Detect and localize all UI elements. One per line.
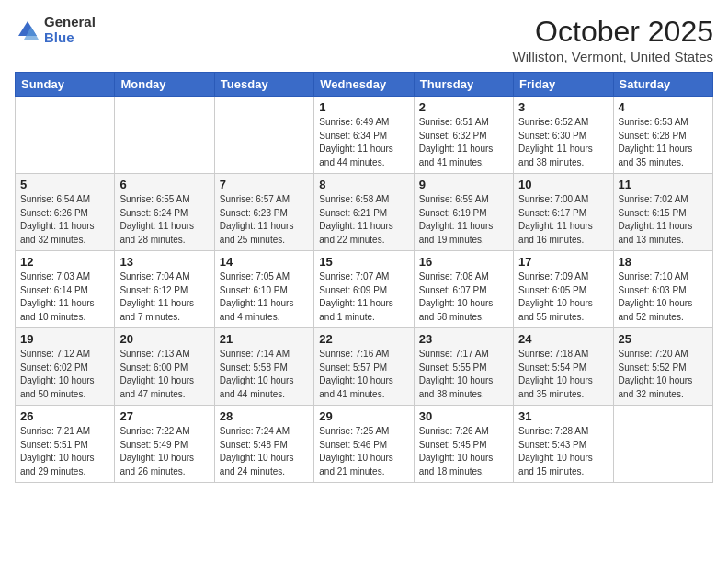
day-number: 22: [319, 332, 408, 346]
day-header-monday: Monday: [115, 73, 214, 97]
calendar-day-cell: 10Sunrise: 7:00 AM Sunset: 6:17 PM Dayli…: [514, 174, 613, 251]
calendar-week-row: 19Sunrise: 7:12 AM Sunset: 6:02 PM Dayli…: [16, 328, 713, 406]
calendar-day-cell: 14Sunrise: 7:05 AM Sunset: 6:10 PM Dayli…: [214, 251, 313, 328]
day-header-wednesday: Wednesday: [314, 73, 414, 97]
day-info: Sunrise: 7:10 AM Sunset: 6:03 PM Dayligh…: [619, 270, 708, 324]
day-info: Sunrise: 7:21 AM Sunset: 5:51 PM Dayligh…: [20, 425, 109, 478]
day-info: Sunrise: 6:52 AM Sunset: 6:30 PM Dayligh…: [518, 116, 608, 169]
calendar-day-cell: 11Sunrise: 7:02 AM Sunset: 6:15 PM Dayli…: [613, 174, 712, 251]
calendar-day-cell: 21Sunrise: 7:14 AM Sunset: 5:58 PM Dayli…: [214, 328, 313, 406]
day-info: Sunrise: 7:08 AM Sunset: 6:07 PM Dayligh…: [419, 270, 508, 324]
day-info: Sunrise: 7:05 AM Sunset: 6:10 PM Dayligh…: [220, 270, 309, 324]
logo-general-text: General: [44, 15, 96, 30]
day-header-thursday: Thursday: [414, 73, 513, 97]
day-info: Sunrise: 7:26 AM Sunset: 5:45 PM Dayligh…: [419, 425, 508, 478]
day-number: 31: [518, 409, 608, 423]
logo-text: General Blue: [44, 15, 96, 45]
calendar-week-row: 12Sunrise: 7:03 AM Sunset: 6:14 PM Dayli…: [16, 251, 713, 328]
calendar-day-cell: 28Sunrise: 7:24 AM Sunset: 5:48 PM Dayli…: [214, 406, 313, 483]
calendar-title: October 2025: [513, 15, 713, 49]
day-number: 21: [220, 332, 309, 346]
calendar-table: SundayMondayTuesdayWednesdayThursdayFrid…: [15, 72, 713, 483]
calendar-subtitle: Williston, Vermont, United States: [513, 49, 713, 64]
day-info: Sunrise: 6:49 AM Sunset: 6:34 PM Dayligh…: [319, 116, 408, 169]
calendar-day-cell: 8Sunrise: 6:58 AM Sunset: 6:21 PM Daylig…: [314, 174, 414, 251]
calendar-week-row: 5Sunrise: 6:54 AM Sunset: 6:26 PM Daylig…: [16, 174, 713, 251]
day-info: Sunrise: 6:54 AM Sunset: 6:26 PM Dayligh…: [20, 193, 109, 247]
day-info: Sunrise: 6:53 AM Sunset: 6:28 PM Dayligh…: [619, 116, 708, 169]
calendar-day-cell: 29Sunrise: 7:25 AM Sunset: 5:46 PM Dayli…: [314, 406, 414, 483]
calendar-empty-cell: [16, 97, 115, 174]
day-number: 18: [619, 255, 708, 269]
calendar-day-cell: 22Sunrise: 7:16 AM Sunset: 5:57 PM Dayli…: [314, 328, 414, 406]
day-info: Sunrise: 7:28 AM Sunset: 5:43 PM Dayligh…: [518, 425, 608, 478]
day-number: 24: [518, 332, 608, 346]
calendar-day-cell: 13Sunrise: 7:04 AM Sunset: 6:12 PM Dayli…: [115, 251, 214, 328]
day-number: 25: [619, 332, 708, 346]
day-number: 12: [20, 255, 109, 269]
calendar-day-cell: 2Sunrise: 6:51 AM Sunset: 6:32 PM Daylig…: [414, 97, 513, 174]
day-info: Sunrise: 7:13 AM Sunset: 6:00 PM Dayligh…: [119, 348, 209, 401]
day-header-saturday: Saturday: [613, 73, 712, 97]
day-info: Sunrise: 7:24 AM Sunset: 5:48 PM Dayligh…: [220, 425, 309, 478]
day-number: 13: [119, 255, 209, 269]
day-info: Sunrise: 7:14 AM Sunset: 5:58 PM Dayligh…: [220, 348, 309, 401]
day-number: 2: [419, 100, 508, 114]
day-info: Sunrise: 7:25 AM Sunset: 5:46 PM Dayligh…: [319, 425, 408, 478]
calendar-day-cell: 20Sunrise: 7:13 AM Sunset: 6:00 PM Dayli…: [115, 328, 214, 406]
calendar-day-cell: 31Sunrise: 7:28 AM Sunset: 5:43 PM Dayli…: [514, 406, 613, 483]
day-header-tuesday: Tuesday: [214, 73, 313, 97]
day-number: 1: [319, 100, 408, 114]
day-info: Sunrise: 7:04 AM Sunset: 6:12 PM Dayligh…: [119, 270, 209, 324]
calendar-day-cell: 17Sunrise: 7:09 AM Sunset: 6:05 PM Dayli…: [514, 251, 613, 328]
day-info: Sunrise: 6:57 AM Sunset: 6:23 PM Dayligh…: [220, 193, 309, 247]
day-number: 11: [619, 178, 708, 191]
day-info: Sunrise: 7:02 AM Sunset: 6:15 PM Dayligh…: [619, 193, 708, 247]
logo-icon: [15, 17, 40, 43]
day-number: 23: [419, 332, 508, 346]
day-info: Sunrise: 6:51 AM Sunset: 6:32 PM Dayligh…: [419, 116, 508, 169]
calendar-week-row: 1Sunrise: 6:49 AM Sunset: 6:34 PM Daylig…: [16, 97, 713, 174]
day-info: Sunrise: 7:18 AM Sunset: 5:54 PM Dayligh…: [518, 348, 608, 401]
calendar-day-cell: 3Sunrise: 6:52 AM Sunset: 6:30 PM Daylig…: [514, 97, 613, 174]
calendar-day-cell: 23Sunrise: 7:17 AM Sunset: 5:55 PM Dayli…: [414, 328, 513, 406]
day-number: 16: [419, 255, 508, 269]
calendar-day-cell: 7Sunrise: 6:57 AM Sunset: 6:23 PM Daylig…: [214, 174, 313, 251]
day-info: Sunrise: 7:16 AM Sunset: 5:57 PM Dayligh…: [319, 348, 408, 401]
day-info: Sunrise: 6:55 AM Sunset: 6:24 PM Dayligh…: [119, 193, 209, 247]
day-number: 27: [119, 409, 209, 423]
day-number: 4: [619, 100, 708, 114]
day-number: 20: [119, 332, 209, 346]
calendar-day-cell: 15Sunrise: 7:07 AM Sunset: 6:09 PM Dayli…: [314, 251, 414, 328]
calendar-day-cell: 27Sunrise: 7:22 AM Sunset: 5:49 PM Dayli…: [115, 406, 214, 483]
day-info: Sunrise: 7:09 AM Sunset: 6:05 PM Dayligh…: [518, 270, 608, 324]
day-info: Sunrise: 7:07 AM Sunset: 6:09 PM Dayligh…: [319, 270, 408, 324]
day-number: 3: [518, 100, 608, 114]
calendar-empty-cell: [115, 97, 214, 174]
day-info: Sunrise: 7:03 AM Sunset: 6:14 PM Dayligh…: [20, 270, 109, 324]
day-number: 9: [419, 178, 508, 191]
day-number: 30: [419, 409, 508, 423]
day-number: 29: [319, 409, 408, 423]
day-info: Sunrise: 6:58 AM Sunset: 6:21 PM Dayligh…: [319, 193, 408, 247]
day-number: 14: [220, 255, 309, 269]
logo-blue-text: Blue: [44, 30, 96, 46]
calendar-week-row: 26Sunrise: 7:21 AM Sunset: 5:51 PM Dayli…: [16, 406, 713, 483]
calendar-day-cell: 12Sunrise: 7:03 AM Sunset: 6:14 PM Dayli…: [16, 251, 115, 328]
calendar-day-cell: 5Sunrise: 6:54 AM Sunset: 6:26 PM Daylig…: [16, 174, 115, 251]
day-info: Sunrise: 7:17 AM Sunset: 5:55 PM Dayligh…: [419, 348, 508, 401]
day-info: Sunrise: 6:59 AM Sunset: 6:19 PM Dayligh…: [419, 193, 508, 247]
calendar-day-cell: 9Sunrise: 6:59 AM Sunset: 6:19 PM Daylig…: [414, 174, 513, 251]
calendar-day-cell: 30Sunrise: 7:26 AM Sunset: 5:45 PM Dayli…: [414, 406, 513, 483]
day-info: Sunrise: 7:00 AM Sunset: 6:17 PM Dayligh…: [518, 193, 608, 247]
calendar-day-cell: 4Sunrise: 6:53 AM Sunset: 6:28 PM Daylig…: [613, 97, 712, 174]
day-header-sunday: Sunday: [16, 73, 115, 97]
day-number: 10: [518, 178, 608, 191]
day-number: 28: [220, 409, 309, 423]
day-info: Sunrise: 7:20 AM Sunset: 5:52 PM Dayligh…: [619, 348, 708, 401]
day-number: 17: [518, 255, 608, 269]
day-number: 15: [319, 255, 408, 269]
calendar-day-cell: 19Sunrise: 7:12 AM Sunset: 6:02 PM Dayli…: [16, 328, 115, 406]
calendar-day-cell: 26Sunrise: 7:21 AM Sunset: 5:51 PM Dayli…: [16, 406, 115, 483]
calendar-day-cell: 6Sunrise: 6:55 AM Sunset: 6:24 PM Daylig…: [115, 174, 214, 251]
